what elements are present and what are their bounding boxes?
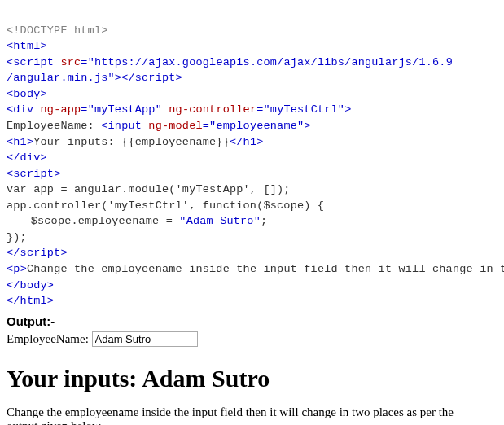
html-open-tag: html [13,40,40,52]
h1-open-tag: h1 [13,136,27,148]
js-line4: }); [7,231,27,243]
body-close-tag: body [20,279,47,291]
js-line3c: ; [261,215,267,227]
output-form-row: EmployeeName: [7,331,497,347]
output-paragraph: Change the employeename inside the input… [7,405,487,425]
js-line3b: "Adam Sutro" [179,215,261,227]
src-val1: "https://ajax.googleapis.com/ajax/libs/a… [88,56,453,68]
div-close-tag: div [20,151,41,164]
script-close-tag: script [135,72,176,84]
script-open-tag: script [13,56,54,68]
output-heading: Your inputs: Adam Sutro [7,365,497,392]
ngmodel-attr: ng-model [148,120,202,132]
doctype-line: <!DOCTYPE html> [7,24,108,37]
js-line2: app.controller('myTestCtrl', function($s… [7,199,324,212]
ngctrl-attr: ng-controller [169,103,256,116]
div-open-tag: div [13,103,33,116]
h1-close-tag: h1 [243,136,257,148]
p-open-tag: p [13,263,20,275]
emp-label: EmployeeName: [7,120,101,132]
js-line1: var app = angular.module('myTestApp', []… [7,183,291,195]
ngctrl-val: "myTestCtrl" [264,103,345,116]
script2-close-tag: script [20,247,61,259]
src-val2: /angular.min.js" [7,72,115,84]
h1-text: Your inputs: {{employeename}} [33,136,230,148]
js-line3a: $scope.employeename = [31,215,180,227]
script2-open-tag: script [13,168,54,180]
p-text: Change the employeename inside the input… [27,263,504,275]
ngapp-attr: ng-app [41,103,81,116]
body-open-tag: body [13,88,40,100]
employeename-input[interactable] [92,331,198,347]
output-label: Output:- [7,314,497,328]
src-attr: src [60,56,81,68]
form-label: EmployeeName: [7,332,89,345]
ngapp-val: "myTestApp" [88,103,162,116]
input-tag: input [108,120,142,132]
html-close-tag: html [20,295,47,307]
ngmodel-val: "employeename" [209,120,304,132]
code-block: <!DOCTYPE html> <html> <script src="http… [7,7,497,309]
